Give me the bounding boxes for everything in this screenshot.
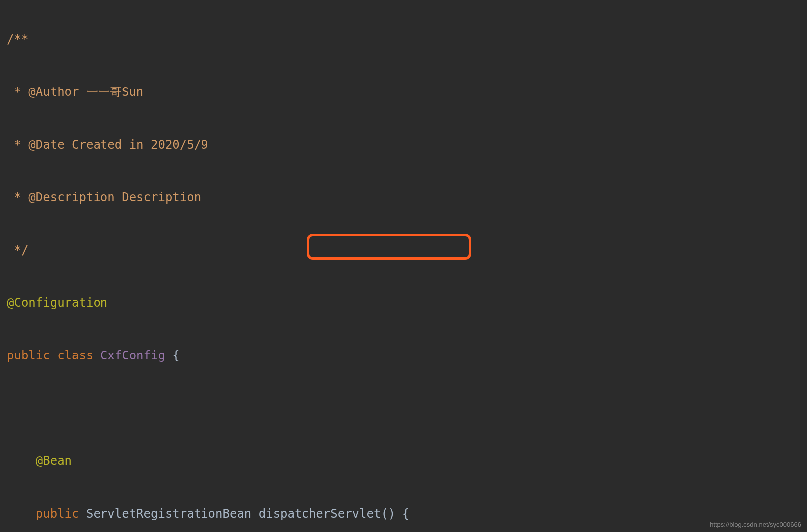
comment-prefix: *	[7, 138, 28, 152]
code-line: @Configuration	[7, 290, 800, 316]
indent	[7, 507, 36, 521]
code-line-blank	[7, 395, 800, 422]
code-line: * @Date Created in 2020/5/9	[7, 132, 800, 158]
comment-text: 一一哥Sun	[79, 85, 144, 99]
annotation: @Configuration	[7, 296, 107, 310]
keyword-public: public	[36, 507, 86, 521]
code-line: public class CxfConfig {	[7, 343, 800, 369]
keyword-class: class	[57, 349, 101, 362]
watermark: https://blog.csdn.net/syc000666	[710, 521, 801, 528]
javadoc-tag: @Description	[28, 190, 114, 204]
parens: () {	[381, 507, 409, 521]
class-name: CxfConfig	[101, 349, 173, 362]
code-line: @Bean	[7, 448, 800, 474]
indent	[7, 454, 36, 468]
javadoc-tag: @Date	[28, 138, 64, 152]
code-line: * @Author 一一哥Sun	[7, 79, 800, 105]
comment-prefix: *	[7, 190, 28, 204]
brace: {	[172, 349, 179, 362]
javadoc-tag: @Author	[28, 85, 79, 99]
method-name: dispatcherServlet	[259, 507, 381, 521]
code-line: public ServletRegistrationBean dispatche…	[7, 501, 800, 527]
type: ServletRegistrationBean	[86, 507, 259, 521]
code-line: */	[7, 237, 800, 264]
comment-end: */	[7, 243, 28, 257]
comment-start: /**	[7, 32, 28, 46]
comment-prefix: *	[7, 85, 28, 99]
keyword-public: public	[7, 349, 57, 362]
annotation: @Bean	[36, 454, 72, 468]
code-line: /**	[7, 26, 800, 53]
code-line: * @Description Description	[7, 184, 800, 211]
comment-text: Created in 2020/5/9	[65, 138, 208, 152]
code-editor[interactable]: /** * @Author 一一哥Sun * @Date Created in …	[0, 0, 807, 532]
comment-text: Description	[115, 190, 201, 204]
